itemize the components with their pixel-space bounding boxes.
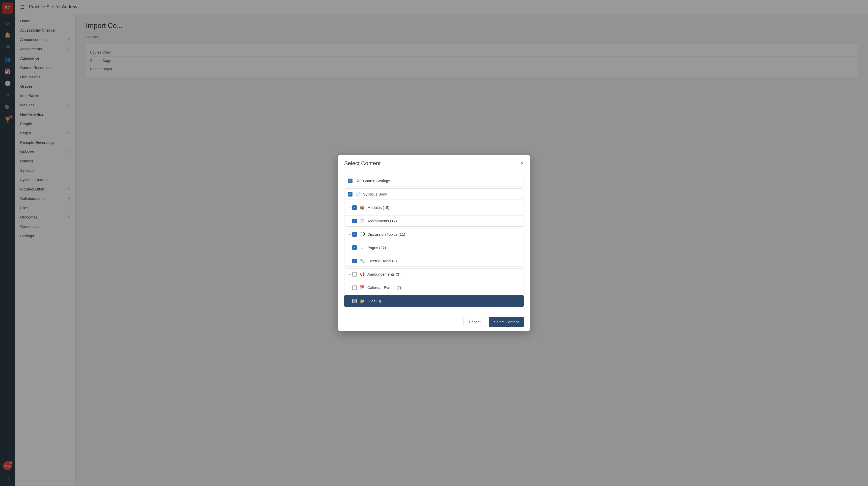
pages-icon: 🗒 — [360, 245, 365, 250]
arrow-icon: → — [348, 232, 351, 236]
checkbox-calendar-events[interactable] — [352, 285, 357, 290]
discussion-icon: 💬 — [360, 232, 365, 237]
checkbox-syllabus-body[interactable]: ✓ — [348, 192, 352, 197]
list-item-announcements[interactable]: → 📢 Announcements (3) — [344, 268, 524, 280]
list-item-files[interactable]: → ✓ 📁 Files (9) — [344, 295, 524, 307]
list-item-discussion-topics[interactable]: → ✓ 💬 Discussion Topics (11) — [344, 229, 524, 240]
checkbox-course-settings[interactable]: ✓ — [348, 179, 352, 183]
modal-footer: Cancel Select Content — [338, 313, 530, 331]
list-item-assignments[interactable]: → ✓ 📋 Assignments (17) — [344, 215, 524, 227]
item-label-external-tools: External Tools (2) — [367, 259, 397, 263]
item-label-announcements: Announcements (3) — [367, 272, 400, 276]
modules-icon: 📦 — [360, 205, 365, 210]
files-icon: 📁 — [360, 298, 365, 304]
checkbox-discussion-topics[interactable]: ✓ — [352, 232, 357, 237]
modal-close-button[interactable]: × — [521, 161, 524, 166]
list-item-course-settings[interactable]: ✓ ⚙ Course Settings — [344, 175, 524, 187]
arrow-icon: → — [348, 272, 351, 276]
arrow-icon: → — [348, 286, 351, 289]
item-label-discussion-topics: Discussion Topics (11) — [367, 232, 405, 236]
item-label-course-settings: Course Settings — [363, 179, 390, 183]
list-item-syllabus-body[interactable]: ✓ 📄 Syllabus Body — [344, 189, 524, 200]
modal-title: Select Content — [344, 160, 380, 167]
checkbox-external-tools[interactable]: ✓ — [352, 259, 357, 263]
arrow-icon: → — [348, 206, 351, 209]
checkbox-assignments[interactable]: ✓ — [352, 219, 357, 223]
checkbox-modules[interactable]: ✓ — [352, 205, 357, 210]
select-content-button[interactable]: Select Content — [489, 317, 524, 327]
item-label-assignments: Assignments (17) — [367, 219, 397, 223]
document-icon: 📄 — [355, 192, 361, 197]
cancel-button[interactable]: Cancel — [464, 317, 486, 327]
checkbox-announcements[interactable] — [352, 272, 357, 277]
gear-icon: ⚙ — [355, 178, 361, 183]
arrow-icon: → — [348, 299, 351, 303]
select-content-modal: Select Content × ✓ ⚙ Course Settings ✓ 📄… — [338, 155, 530, 331]
checkbox-files[interactable]: ✓ — [352, 299, 357, 304]
modal-overlay: Select Content × ✓ ⚙ Course Settings ✓ 📄… — [0, 0, 868, 486]
item-label-calendar-events: Calendar Events (2) — [367, 285, 401, 290]
item-label-pages: Pages (27) — [367, 246, 386, 250]
arrow-icon: → — [348, 259, 351, 263]
list-item-calendar-events[interactable]: → 📅 Calendar Events (2) — [344, 282, 524, 293]
item-label-files: Files (9) — [367, 299, 381, 303]
list-item-pages[interactable]: → ✓ 🗒 Pages (27) — [344, 242, 524, 253]
assignments-icon: 📋 — [360, 219, 365, 223]
item-label-syllabus-body: Syllabus Body — [363, 192, 387, 196]
list-item-modules[interactable]: → ✓ 📦 Modules (15) — [344, 202, 524, 213]
checkbox-pages[interactable]: ✓ — [352, 245, 357, 250]
arrow-icon: → — [348, 219, 351, 223]
tools-icon: 🔧 — [360, 258, 365, 263]
item-label-modules: Modules (15) — [367, 205, 390, 210]
modal-header: Select Content × — [338, 155, 530, 171]
arrow-icon: → — [348, 246, 351, 250]
list-item-external-tools[interactable]: → ✓ 🔧 External Tools (2) — [344, 255, 524, 266]
announcements-icon: 📢 — [360, 272, 365, 277]
modal-body: ✓ ⚙ Course Settings ✓ 📄 Syllabus Body → … — [338, 171, 530, 313]
calendar-icon: 📅 — [360, 285, 365, 290]
